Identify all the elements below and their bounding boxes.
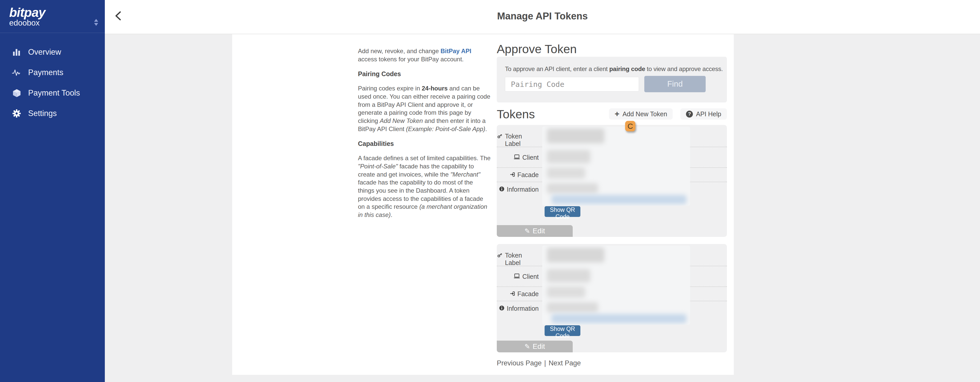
info-icon	[499, 186, 504, 192]
edit-button[interactable]: ✎ Edit	[497, 225, 573, 237]
redacted-information-link[interactable]	[552, 195, 686, 204]
header: Manage API Tokens	[105, 0, 980, 34]
redacted-token-label-value	[547, 247, 605, 262]
redacted-information-value	[547, 183, 598, 193]
bitpay-api-link[interactable]: BitPay API	[441, 48, 471, 54]
token-label-label: Token Label	[497, 125, 542, 147]
cube-icon	[11, 89, 22, 97]
information-label: Information	[497, 301, 542, 339]
redacted-facade-value	[547, 167, 585, 179]
question-icon: ?	[686, 111, 693, 117]
sidebar-item-label: Settings	[28, 109, 57, 118]
client-label: Client	[497, 147, 542, 167]
page: bitpay edoobox Overview	[0, 0, 980, 382]
redacted-information-value	[547, 302, 598, 312]
redacted-values	[542, 127, 690, 206]
pagination: Previous Page | Next Page	[497, 359, 581, 367]
facade-label: Facade	[497, 168, 542, 182]
account-selector[interactable]: edoobox	[0, 16, 105, 32]
tokens-header: Tokens + Add New Token ? API Help	[497, 107, 727, 121]
plus-icon: +	[615, 109, 619, 118]
pagination-separator: |	[544, 359, 546, 367]
approve-instruction: To approve an API client, enter a client…	[505, 65, 723, 73]
sidebar-menu: Overview Payments	[0, 42, 105, 124]
intro-paragraph-3: A facade defines a set of limited capabi…	[358, 154, 491, 219]
find-button[interactable]: Find	[644, 76, 706, 92]
show-qr-code-button[interactable]: Show QR Code	[544, 206, 581, 217]
add-new-token-button[interactable]: + Add New Token	[609, 108, 673, 120]
information-label: Information	[497, 182, 542, 220]
approve-token-title: Approve Token	[497, 42, 577, 56]
page-title: Manage API Tokens	[105, 11, 980, 22]
sign-in-icon	[509, 291, 515, 296]
previous-page-link[interactable]: Previous Page	[497, 359, 542, 367]
sidebar: bitpay edoobox Overview	[0, 0, 105, 382]
redacted-token-label-value	[547, 128, 605, 143]
capabilities-heading: Capabilities	[358, 139, 491, 148]
laptop-icon	[514, 154, 520, 160]
annotation-badge-c: C	[625, 121, 635, 132]
key-icon	[497, 252, 503, 258]
token-card-2: Token Label Client	[497, 244, 727, 352]
sidebar-item-payment-tools[interactable]: Payment Tools	[0, 83, 105, 103]
pairing-code-input[interactable]	[505, 77, 639, 92]
key-icon	[497, 133, 503, 139]
sort-arrows-icon	[94, 19, 98, 28]
token-label-label: Token Label	[497, 244, 542, 266]
redacted-facade-value	[547, 287, 585, 298]
sidebar-item-payments[interactable]: Payments	[0, 62, 105, 83]
sidebar-item-label: Payments	[28, 68, 64, 77]
tokens-title: Tokens	[497, 107, 535, 121]
account-selector-value: edoobox	[9, 18, 40, 28]
content-card: Add new, revoke, and change BitPay API a…	[232, 34, 734, 375]
facade-label: Facade	[497, 287, 542, 301]
sidebar-item-label: Overview	[28, 48, 61, 57]
edit-button[interactable]: ✎ Edit	[497, 341, 573, 352]
sidebar-divider	[0, 33, 105, 33]
sidebar-item-label: Payment Tools	[28, 89, 80, 98]
intro-paragraph-1: Add new, revoke, and change BitPay API a…	[358, 47, 491, 63]
redacted-information-link[interactable]	[552, 314, 686, 323]
pairing-codes-heading: Pairing Codes	[358, 70, 491, 78]
tokens-header-buttons: + Add New Token ? API Help	[609, 108, 727, 120]
info-icon	[499, 305, 504, 311]
next-page-link[interactable]: Next Page	[549, 359, 581, 367]
redacted-values	[542, 246, 690, 325]
pulse-icon	[11, 69, 22, 76]
sidebar-item-overview[interactable]: Overview	[0, 42, 105, 62]
intro-text: Add new, revoke, and change BitPay API a…	[358, 47, 491, 226]
gear-icon	[11, 109, 22, 118]
laptop-icon	[514, 273, 520, 279]
approve-token-panel: To approve an API client, enter a client…	[497, 57, 727, 103]
redacted-client-value	[547, 269, 590, 282]
redacted-client-value	[547, 150, 590, 163]
sign-in-icon	[509, 172, 515, 178]
intro-paragraph-2: Pairing codes expire in 24-hours and can…	[358, 84, 491, 133]
bar-chart-icon	[11, 49, 22, 56]
content-background: Add new, revoke, and change BitPay API a…	[105, 34, 980, 382]
show-qr-code-button[interactable]: Show QR Code	[544, 325, 581, 336]
token-card-1: Token Label Client	[497, 125, 727, 237]
pencil-icon: ✎	[524, 228, 530, 234]
sidebar-item-settings[interactable]: Settings	[0, 103, 105, 124]
pencil-icon: ✎	[524, 343, 530, 350]
api-help-button[interactable]: ? API Help	[680, 108, 727, 120]
client-label: Client	[497, 266, 542, 287]
